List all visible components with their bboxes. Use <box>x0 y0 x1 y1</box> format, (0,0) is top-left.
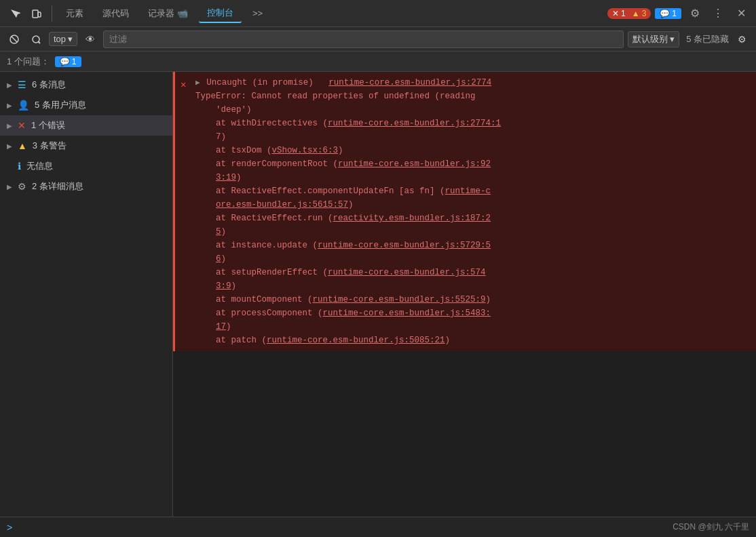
msg-badge-count: 1 <box>672 9 677 18</box>
more-button[interactable]: ⋮ <box>708 4 727 23</box>
msg-badge-icon: 💬 <box>660 9 670 18</box>
stack-link-4[interactable]: runtime-c <box>445 186 491 196</box>
stack-link-7b[interactable]: 3:9 <box>216 281 231 291</box>
sidebar-item-warnings[interactable]: ▶ ▲ 3 条警告 <box>0 136 172 156</box>
sidebar-label-info: 无信息 <box>26 160 53 172</box>
messages-icon: ☰ <box>18 79 26 90</box>
console-settings-button[interactable]: ⚙ <box>733 31 751 48</box>
stack-link-9[interactable]: runtime-core.esm-bundler.js:5483: <box>323 309 491 318</box>
close-button[interactable]: ✕ <box>732 4 751 23</box>
stack-line-1b: 7) <box>195 130 749 144</box>
stack-link-10[interactable]: runtime-core.esm-bundler.js:5085:21 <box>267 336 445 345</box>
tab-more[interactable]: >> <box>244 5 271 21</box>
stack-line-4: at ReactiveEffect.componentUpdateFn [as … <box>195 184 749 198</box>
tab-elements[interactable]: 元素 <box>58 5 92 22</box>
sidebar-item-verbose[interactable]: ▶ ⚙ 2 条详细消息 <box>0 176 172 197</box>
sidebar-label-warnings: 3 条警告 <box>33 140 67 152</box>
second-toolbar: top ▾ 👁 默认级别 ▾ 5 条已隐藏 ⚙ <box>0 27 756 52</box>
expand-arrow-icon[interactable]: ▶ <box>195 79 200 87</box>
error-detail-line: 'deep') <box>195 103 749 117</box>
stack-link-4b[interactable]: ore.esm-bundler.js:5615:57 <box>216 200 348 210</box>
level-dropdown[interactable]: 默认级别 ▾ <box>628 31 679 47</box>
error-type-text: TypeError: Cannot read properties of und… <box>195 92 476 101</box>
issues-bar: 1 个问题： 💬 1 <box>0 52 756 72</box>
clear-button[interactable] <box>5 31 23 48</box>
eye-icon[interactable]: 👁 <box>81 31 99 48</box>
sidebar-label-verbose: 2 条详细消息 <box>32 180 83 193</box>
error-badge-count: 1 <box>621 9 626 18</box>
arrow-icon-errors: ▶ <box>7 122 12 130</box>
arrow-icon-messages: ▶ <box>7 81 12 89</box>
arrow-icon-user: ▶ <box>7 102 12 109</box>
stack-link-2[interactable]: vShow.tsx:6:3 <box>272 146 339 155</box>
stack-line-2: at tsxDom (vShow.tsx:6:3) <box>195 144 749 157</box>
stack-line-9: at processComponent (runtime-core.esm-bu… <box>195 306 749 320</box>
error-badge[interactable]: ✕ 1 ▲ 3 <box>607 8 651 19</box>
stack-line-9b: 17) <box>195 320 749 334</box>
sidebar-item-user-messages[interactable]: ▶ 👤 5 条用户消息 <box>0 95 172 115</box>
stack-link-3[interactable]: runtime-core.esm-bundler.js:92 <box>338 159 491 169</box>
stack-link-8[interactable]: runtime-core.esm-bundler.js:5525:9 <box>313 295 486 304</box>
error-badge-icon: ✕ <box>612 9 619 18</box>
stack-link-6b[interactable]: 6 <box>216 254 221 264</box>
dropdown-arrow-icon: ▾ <box>68 34 73 44</box>
stack-line-10: at patch (runtime-core.esm-bundler.js:50… <box>195 334 749 347</box>
sidebar-item-messages[interactable]: ▶ ☰ 6 条消息 <box>0 75 172 95</box>
device-icon[interactable] <box>27 4 46 23</box>
tab-recorder[interactable]: 记录器 📹 <box>140 5 196 22</box>
issues-label: 1 个问题： <box>7 56 50 68</box>
separator <box>52 5 52 22</box>
stack-line-6: at instance.update (runtime-core.esm-bun… <box>195 239 749 252</box>
tab-console[interactable]: 控制台 <box>199 4 242 23</box>
top-selector[interactable]: top ▾ <box>49 32 77 46</box>
issues-badge-icon: 💬 <box>60 57 70 66</box>
stack-link-3b[interactable]: 3:19 <box>216 173 236 182</box>
sidebar-item-errors[interactable]: ▶ ✕ 1 个错误 <box>0 115 172 136</box>
sidebar-item-info[interactable]: ▶ ℹ 无信息 <box>0 156 172 176</box>
stack-link-6[interactable]: runtime-core.esm-bundler.js:5729:5 <box>318 241 491 250</box>
sidebar: ▶ ☰ 6 条消息 ▶ 👤 5 条用户消息 ▶ ✕ 1 个错误 ▶ ▲ 3 条警… <box>0 72 173 517</box>
issues-badge-count: 1 <box>72 57 77 66</box>
tab-sources[interactable]: 源代码 <box>94 5 137 22</box>
error-header-line: ▶ Uncaught (in promise) runtime-core.esm… <box>195 76 749 90</box>
level-dropdown-arrow: ▾ <box>670 34 675 44</box>
user-icon: 👤 <box>18 100 29 111</box>
msg-badge[interactable]: 💬 1 <box>655 8 681 19</box>
stack-link-7[interactable]: runtime-core.esm-bundler.js:574 <box>328 268 486 277</box>
stack-line-7b: 3:9) <box>195 279 749 293</box>
main-area: ▶ ☰ 6 条消息 ▶ 👤 5 条用户消息 ▶ ✕ 1 个错误 ▶ ▲ 3 条警… <box>0 72 756 517</box>
stack-link-5b[interactable]: 5 <box>216 227 221 237</box>
stack-link-1[interactable]: runtime-core.esm-bundler.js:2774:1 <box>328 119 501 128</box>
info-icon: ℹ <box>18 161 21 172</box>
settings-button[interactable]: ⚙ <box>685 4 704 23</box>
filter-input[interactable] <box>103 31 624 48</box>
issues-badge[interactable]: 💬 1 <box>55 56 81 67</box>
error-source-link[interactable]: runtime-core.esm-bundler.js:2774 <box>328 78 491 87</box>
prompt-icon[interactable]: > <box>7 522 12 533</box>
top-label: top <box>54 34 66 44</box>
hidden-count: 5 条已隐藏 <box>686 33 729 45</box>
warning-icon: ▲ <box>18 140 27 151</box>
stack-line-1: at withDirectectives (runtime-core.esm-b… <box>195 117 749 130</box>
filter-icon[interactable] <box>27 31 45 48</box>
sidebar-label-user: 5 条用户消息 <box>35 99 86 111</box>
svg-rect-1 <box>38 12 41 17</box>
stack-link-5[interactable]: reactivity.esm-bundler.js:187:2 <box>333 214 491 223</box>
error-title: Uncaught (in promise) <box>206 78 324 87</box>
error-block: ✕ ▶ Uncaught (in promise) runtime-core.e… <box>173 72 756 351</box>
stack-line-3: at renderComponentRoot (runtime-core.esm… <box>195 157 749 171</box>
error-block-icon: ✕ <box>181 77 186 92</box>
sidebar-label-errors: 1 个错误 <box>31 119 65 132</box>
stack-link-9b[interactable]: 17 <box>216 322 226 332</box>
badge-area: ✕ 1 ▲ 3 💬 1 ⚙ ⋮ ✕ <box>607 4 751 23</box>
error-detail-text: 'deep') <box>195 105 252 115</box>
arrow-icon-verbose: ▶ <box>7 183 12 191</box>
content-area[interactable]: ✕ ▶ Uncaught (in promise) runtime-core.e… <box>173 72 756 517</box>
top-toolbar: 元素 源代码 记录器 📹 控制台 >> ✕ 1 ▲ 3 💬 1 ⚙ ⋮ ✕ <box>0 0 756 27</box>
stack-line-8: at mountComponent (runtime-core.esm-bund… <box>195 293 749 306</box>
cursor-icon[interactable] <box>5 4 24 23</box>
sidebar-label-messages: 6 条消息 <box>32 79 66 91</box>
stack-line-7: at setupRenderEffect (runtime-core.esm-b… <box>195 266 749 279</box>
stack-line-4b: ore.esm-bundler.js:5615:57) <box>195 198 749 212</box>
svg-line-3 <box>12 37 17 42</box>
